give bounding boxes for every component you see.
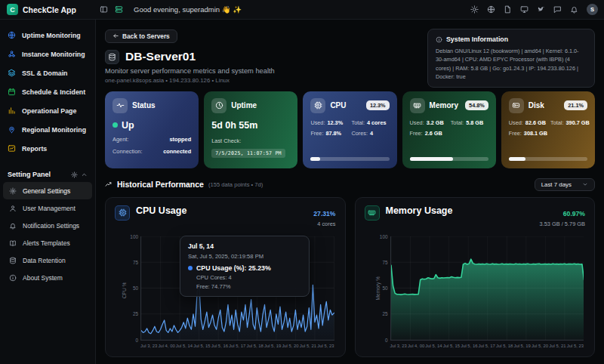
user-icon [9, 205, 18, 212]
x-tick-label: Jul 5, 20 [532, 344, 548, 348]
docs-file-icon[interactable] [500, 3, 515, 17]
app-window: C CheckCle App Good evening, superadmin … [0, 0, 604, 364]
info-icon [9, 274, 18, 282]
x-tick-label: Jul 5, 17 [229, 344, 245, 348]
cpu-card-title: CPU [330, 101, 346, 110]
panel-toggle-icon[interactable] [96, 3, 111, 17]
trend-icon [105, 180, 112, 188]
sidebar-item-schedule-incident[interactable]: Schedule & Incident [0, 82, 95, 101]
sidebar-item-data-retention[interactable]: Data Retention [3, 251, 92, 269]
chevron-up-icon [81, 171, 88, 178]
monitor-icon[interactable] [516, 3, 532, 17]
cpu-used: 12.3% [327, 119, 343, 126]
x-tick-label: Jul 5, 14 [176, 344, 193, 348]
back-to-servers-button[interactable]: Back to Servers [105, 29, 177, 43]
memory-plot-area[interactable]: 1007550250 [390, 236, 584, 341]
globe-icon [8, 31, 17, 39]
database-icon [105, 50, 119, 64]
sidebar-item-general-settings[interactable]: General Settings [3, 182, 92, 199]
x-tick-label: Jul 3, 23 [390, 344, 407, 348]
theme-sun-icon[interactable] [467, 3, 482, 17]
connection-label: Connection: [112, 148, 142, 155]
x-tick-label: Jul 5, 15 [193, 344, 210, 348]
memory-card-title: Memory [430, 101, 458, 110]
sidebar-item-regional-monitoring[interactable]: Regional Monitoring [0, 120, 95, 139]
bell-icon [9, 222, 18, 230]
memory-usage-chart-card: Memory Usage 60.97% 3.53 GB / 5.79 GB Me… [355, 197, 596, 357]
tooltip-cores: CPU Cores: 4 [196, 274, 301, 281]
sidebar-item-notification-settings[interactable]: Notification Settings [3, 217, 92, 234]
top-bar: C CheckCle App Good evening, superadmin … [0, 0, 604, 20]
app-logo-icon: C [7, 4, 18, 15]
history-title: Historical Performance [117, 180, 204, 189]
cpu-chart-subtitle: 4 cores [313, 221, 335, 227]
page-title: DB-Server01 [125, 50, 196, 63]
chevron-down-icon [582, 181, 588, 187]
cpu-badge: 12.3% [366, 100, 390, 110]
cpu-total: 4 cores [367, 119, 387, 126]
info-icon [436, 36, 442, 43]
agent-label: Agent: [112, 136, 128, 143]
x-tick-label: Jul 5, 16 [211, 344, 228, 348]
cpu-free: 87.8% [325, 130, 341, 137]
user-avatar[interactable]: S [587, 4, 598, 15]
cluster-icon [8, 50, 17, 58]
sidebar-section-setting-panel[interactable]: Setting Panel [0, 167, 95, 182]
memory-icon [365, 205, 380, 221]
sidebar-item-alerts-templates[interactable]: Alerts Templates [3, 234, 92, 251]
clock-icon [211, 98, 226, 113]
y-tick-label: 0 [385, 337, 388, 342]
x-tick-label: Jul 4, 00 [158, 344, 174, 348]
sidebar-item-about-system[interactable]: About System [3, 269, 92, 286]
sidebar-item-instance-monitoring[interactable]: Instance Monitoring [0, 45, 95, 63]
y-tick-label: 50 [382, 285, 387, 291]
y-tick-label: 25 [382, 311, 387, 316]
setting-panel-label: Setting Panel [8, 171, 51, 178]
time-range-selector[interactable]: Last 7 days [535, 178, 595, 191]
history-meta: (155 data points • 7d) [208, 181, 263, 188]
sidebar-item-reports[interactable]: Reports [0, 139, 95, 158]
globe-icon[interactable] [483, 3, 498, 17]
cpu-x-ticks: Jul 3, 23Jul 4, 00Jul 5, 14Jul 5, 15Jul … [140, 344, 334, 348]
y-tick-label: 50 [133, 285, 138, 291]
disk-total: 390.7 GB [566, 119, 590, 126]
x-tick-label: Jul 5, 19 [513, 344, 530, 348]
gear-icon [9, 187, 18, 195]
sidebar-item-uptime-monitoring[interactable]: Uptime Monitoring [0, 26, 95, 45]
chart-tooltip: Jul 5, 14 Sat, Jul 5, 2025, 02:19:58 PM … [180, 236, 310, 297]
pulse-icon [112, 98, 128, 113]
chat-icon[interactable] [550, 3, 565, 17]
memory-chart-subtitle: 3.53 GB / 5.79 GB [540, 221, 585, 227]
x-tick-label: Jul 5, 15 [443, 344, 460, 348]
cpu-card: CPU 12.3% Used:12.3% Total:4 cores Free:… [303, 91, 396, 168]
x-tick-label: Jul 5, 14 [425, 344, 442, 348]
connection-value: connected [163, 148, 191, 155]
cpu-icon [310, 98, 325, 113]
sidebar-item-operational-page[interactable]: Operational Page [0, 101, 95, 120]
x-tick-label: Jul 5, 23 [567, 344, 584, 348]
memory-card: Memory 54.8% Used:3.2 GB Total:5.8 GB Fr… [402, 91, 496, 168]
uptime-value: 5d 0h 55m [211, 120, 290, 131]
x-tick-label: Jul 5, 19 [264, 344, 281, 348]
x-tick-label: Jul 3, 23 [140, 344, 157, 348]
y-tick-label: 75 [133, 259, 138, 264]
status-card: Status Up Agent:stopped Connection:conne… [105, 91, 199, 168]
server-icon[interactable] [111, 3, 126, 17]
y-tick-label: 75 [382, 259, 387, 264]
disk-card: Disk 21.1% Used:82.6 GB Total:390.7 GB F… [501, 91, 595, 168]
agent-value: stopped [169, 136, 191, 143]
x-tick-label: Jul 5, 21 [300, 344, 316, 348]
main-content: Back to Servers System Information Debia… [96, 20, 604, 364]
sidebar: Uptime MonitoringInstance MonitoringSSL … [0, 20, 96, 364]
sidebar-item-ssl-domain[interactable]: SSL & Domain [0, 63, 95, 82]
memory-current-value: 60.97% [563, 210, 585, 217]
x-tick-label: Jul 4, 00 [408, 344, 424, 348]
gear-icon [71, 171, 78, 178]
memory-y-ticks: 1007550250 [374, 236, 388, 340]
bird-icon[interactable] [533, 3, 548, 17]
cpu-current-value: 27.31% [313, 210, 335, 217]
memory-usage-plot [391, 236, 584, 340]
sidebar-item-user-management[interactable]: User Management [3, 199, 92, 217]
bell-icon[interactable] [566, 3, 581, 17]
disk-progress-bar [509, 157, 587, 161]
